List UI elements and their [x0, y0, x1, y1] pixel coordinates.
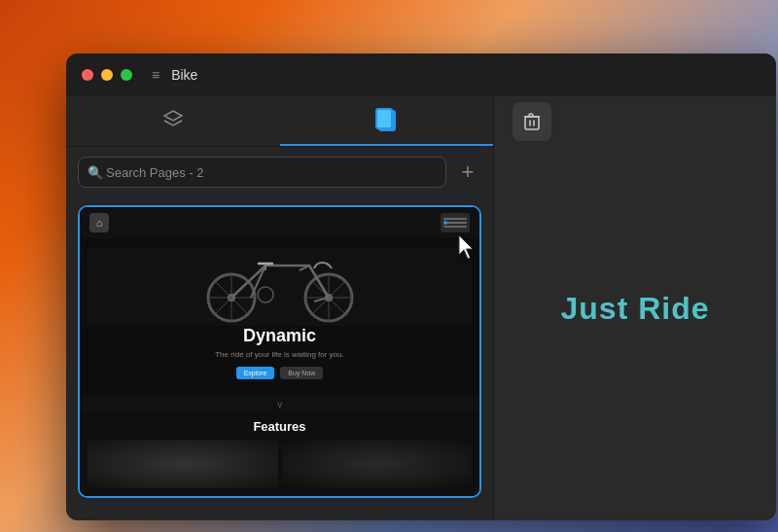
site-header: ⌂ [80, 207, 479, 238]
features-title: Features [88, 419, 472, 434]
minimize-button[interactable] [101, 69, 113, 81]
scroll-indicator: ∨ [80, 397, 479, 411]
nav-dot [443, 221, 447, 225]
nav-line-1 [443, 218, 467, 220]
search-input-wrapper: 🔍 [78, 157, 446, 188]
pages-icon [375, 108, 397, 133]
hero-section: Dynamic The ride of your life is waiting… [80, 238, 479, 397]
maximize-button[interactable] [121, 69, 132, 81]
menu-icon[interactable]: ≡ [152, 67, 159, 83]
explore-button: Explore [236, 367, 275, 379]
hero-title: Dynamic [88, 326, 472, 346]
tab-pages[interactable] [280, 96, 494, 146]
traffic-lights [82, 69, 132, 81]
svg-rect-0 [525, 117, 539, 129]
nav-line-3 [443, 226, 467, 228]
search-icon: 🔍 [88, 165, 103, 180]
svg-point-14 [258, 287, 273, 302]
app-window: ≡ Bike [66, 53, 776, 520]
site-nav-icon [441, 213, 470, 232]
feature-item-1 [88, 440, 278, 488]
close-button[interactable] [82, 69, 93, 81]
buy-button: Buy Now [280, 367, 323, 379]
page-thumbnail: ⌂ [80, 207, 479, 496]
main-content: 🔍 + ⌂ [66, 96, 776, 520]
search-input[interactable] [78, 157, 446, 188]
window-title: Bike [171, 67, 197, 83]
site-home-btn: ⌂ [89, 213, 109, 232]
pages-list: ⌂ [66, 197, 493, 520]
right-panel: Just Ride [494, 96, 776, 520]
title-bar: ≡ Bike [66, 53, 776, 96]
hero-subtitle: The ride of your life is waiting for you… [88, 350, 472, 359]
tab-layers[interactable] [66, 96, 280, 146]
layers-icon [162, 108, 184, 134]
features-grid [88, 440, 472, 488]
nav-line-2 [443, 222, 467, 224]
search-area: 🔍 + [66, 147, 493, 197]
sidebar: 🔍 + ⌂ [66, 96, 494, 520]
bike-image [88, 248, 472, 326]
toolbar [66, 96, 493, 147]
bike-svg-container [88, 248, 472, 326]
hero-buttons: Explore Buy Now [88, 367, 472, 379]
feature-item-2 [282, 440, 473, 488]
headline-text: Just Ride [560, 291, 709, 327]
page-item[interactable]: ⌂ [78, 205, 481, 498]
features-section: Features [80, 411, 479, 496]
delete-button[interactable] [513, 102, 551, 141]
add-page-button[interactable]: + [454, 159, 481, 186]
